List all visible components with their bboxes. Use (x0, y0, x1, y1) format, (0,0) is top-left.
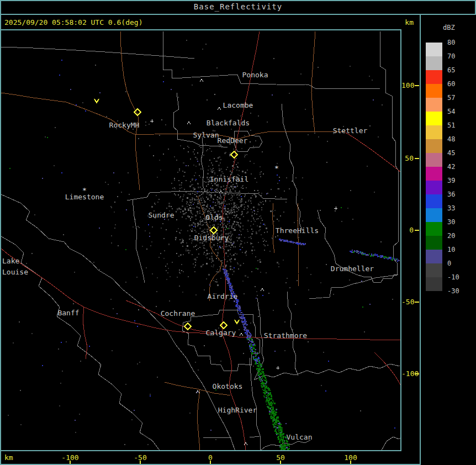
radar-echo-pixel (220, 159, 221, 160)
radar-echo-pixel (153, 155, 154, 156)
radar-echo-pixel (195, 262, 196, 263)
radar-echo-pixel (228, 208, 229, 209)
radar-echo-pixel (263, 392, 264, 393)
radar-echo-pixel (241, 214, 242, 215)
radar-echo-pixel (246, 333, 247, 334)
radar-echo-pixel (220, 203, 222, 204)
radar-echo-pixel (266, 401, 267, 403)
radar-echo-pixel (266, 193, 267, 194)
radar-echo-pixel (303, 244, 304, 245)
radar-echo-pixel (268, 408, 270, 409)
radar-echo-pixel (229, 245, 230, 246)
radar-echo-pixel (237, 208, 238, 209)
radar-echo-pixel (183, 254, 184, 255)
radar-echo-pixel (233, 204, 234, 205)
radar-echo-pixel (234, 193, 235, 194)
radar-echo-pixel (203, 253, 204, 255)
radar-echo-pixel (219, 246, 220, 247)
radar-echo-pixel (260, 369, 261, 370)
radar-echo-pixel (252, 231, 253, 232)
municipal-boundary (203, 436, 260, 438)
town-symbol-plus (276, 366, 279, 369)
radar-echo-pixel (295, 242, 296, 244)
radar-echo-pixel (295, 177, 297, 178)
radar-echo-pixel (133, 226, 134, 228)
radar-echo-pixel (186, 203, 187, 204)
radar-echo-pixel (223, 266, 224, 267)
radar-echo-pixel (214, 173, 215, 175)
radar-echo-pixel (203, 198, 204, 199)
radar-echo-pixel (258, 359, 259, 360)
radar-echo-pixel (257, 190, 258, 191)
radar-echo-pixel (362, 307, 363, 308)
town-symbol-caret (218, 107, 221, 110)
radar-echo-pixel (218, 211, 219, 212)
radar-echo-pixel (199, 247, 200, 248)
right-range-axis: 100500-50-100 (401, 30, 420, 450)
radar-echo-pixel (158, 257, 160, 258)
radar-echo-pixel (258, 230, 260, 231)
radar-echo-pixel (198, 187, 199, 188)
radar-echo-pixel (195, 260, 197, 261)
radar-echo-pixel (269, 405, 271, 406)
radar-echo-pixel (287, 445, 288, 446)
radar-echo-pixel (266, 397, 267, 398)
radar-echo-pixel (193, 263, 194, 265)
radar-echo-pixel (200, 147, 202, 148)
radar-echo-pixel (224, 212, 225, 213)
radar-echo-pixel (263, 395, 265, 397)
radar-echo-pixel (225, 208, 226, 209)
radar-echo-pixel (242, 185, 244, 186)
radar-echo-pixel (113, 308, 114, 309)
radar-echo-pixel (250, 225, 251, 226)
radar-echo-pixel (262, 295, 263, 296)
city-label: Calgary (206, 329, 236, 337)
radar-echo-pixel (287, 240, 288, 241)
radar-echo-pixel (283, 444, 284, 445)
radar-echo-pixel (226, 169, 227, 170)
radar-echo-pixel (217, 255, 218, 256)
radar-echo-pixel (243, 353, 244, 354)
radar-echo-pixel (399, 260, 400, 261)
radar-echo-pixel (198, 248, 199, 249)
radar-echo-pixel (283, 437, 284, 438)
radar-echo-pixel (265, 225, 266, 226)
radar-echo-pixel (255, 356, 256, 357)
municipal-boundary (1, 47, 194, 59)
radar-echo-pixel (191, 216, 192, 218)
radar-echo-pixel (227, 228, 228, 229)
radar-echo-pixel (220, 271, 221, 272)
legend-color-block (426, 250, 442, 263)
city-label: Limestone (65, 193, 104, 201)
radar-echo-pixel (272, 403, 273, 404)
radar-echo-pixel (220, 247, 221, 249)
radar-echo-pixel (299, 242, 300, 244)
radar-echo-pixel (321, 297, 322, 298)
radar-echo-pixel (261, 234, 262, 235)
radar-echo-pixel (378, 256, 379, 257)
radar-echo-pixel (209, 227, 210, 228)
radar-echo-pixel (265, 389, 266, 390)
radar-echo-pixel (268, 401, 269, 402)
radar-echo-pixel (190, 229, 191, 230)
radar-echo-pixel (241, 187, 242, 188)
radar-echo-pixel (231, 194, 232, 195)
radar-echo-pixel (255, 221, 256, 222)
radar-echo-pixel (364, 253, 366, 254)
radar-echo-pixel (384, 256, 385, 257)
radar-echo-pixel (258, 115, 259, 117)
radar-echo-pixel (192, 198, 193, 199)
radar-echo-pixel (223, 173, 224, 174)
radar-echo-pixel (203, 192, 204, 193)
radar-echo-pixel (246, 154, 247, 155)
radar-site-diamond-icon (231, 151, 237, 158)
radar-echo-pixel (226, 192, 228, 193)
radar-echo-pixel (224, 259, 225, 260)
radar-echo-pixel (263, 390, 265, 391)
radar-map[interactable]: **PonokaLacombeBlackfaldsRockyMHSylvanRe… (1, 30, 400, 450)
radar-echo-pixel (247, 332, 248, 334)
radar-echo-pixel (137, 226, 139, 227)
radar-echo-pixel (241, 211, 243, 213)
radar-echo-pixel (281, 438, 282, 439)
radar-echo-pixel (381, 255, 382, 256)
